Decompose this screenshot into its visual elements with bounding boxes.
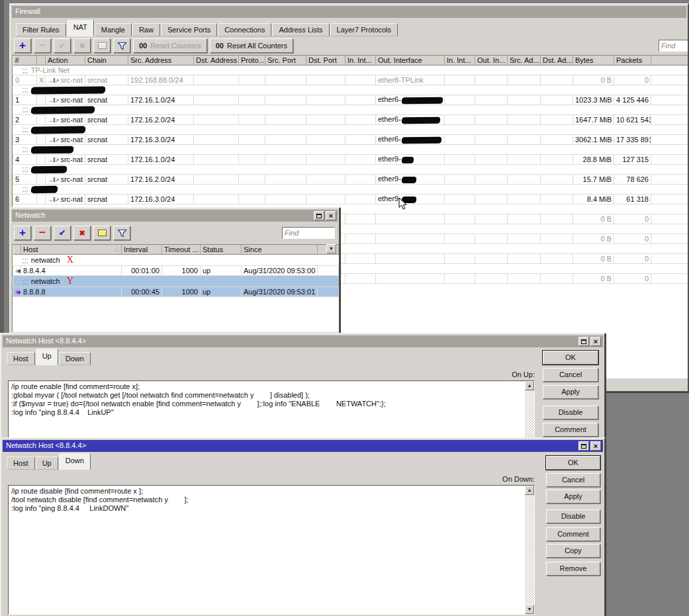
tab-service-ports[interactable]: Service Ports [161,23,217,36]
nat-rule-row[interactable]: 0X→‖↗src-natsrcnat192.168.88.0/24ether8-… [13,75,689,85]
script-scrollbar[interactable]: ▲ [525,381,534,438]
comment-button[interactable] [93,38,111,53]
close-button[interactable]: × [590,441,601,451]
column-header-blank[interactable]: # [13,56,37,65]
filter-button[interactable] [113,226,130,240]
column-header-src-port[interactable]: Src. Port [265,56,306,65]
enable-button[interactable]: ✔ [54,38,71,53]
tab-nat[interactable]: NAT [67,20,94,36]
dialog-titlebar[interactable]: Netwatch Host <8.8.4.4> [3,440,603,452]
column-header-src-ad[interactable]: Src. Ad... [508,56,541,65]
remove-button[interactable]: Remove [546,562,600,576]
nat-comment-row[interactable]: ;;;TP-Link Net [13,65,689,75]
apply-button[interactable]: Apply [543,385,598,399]
nat-rule-row[interactable]: 4→‖↗src-natsrcnat172.16.1.0/24ether9-28.… [13,154,689,164]
column-header-status[interactable]: Status [201,245,242,254]
maximize-button[interactable] [578,441,589,451]
maximize-button[interactable] [314,211,324,220]
tab-up[interactable]: Up [36,349,58,365]
ok-button[interactable]: OK [543,351,598,365]
disable-button[interactable]: ✖ [73,38,91,53]
find-input[interactable] [659,40,689,52]
column-header-chain[interactable]: Chain [85,56,128,65]
tab-raw[interactable]: Raw [132,23,160,36]
tab-host[interactable]: Host [7,352,35,365]
column-header-dst-ad[interactable]: Dst. Ad... [541,56,573,65]
column-header-out-in[interactable]: Out. In... [475,56,508,65]
column-header-in-int[interactable]: In. Int... [345,56,376,65]
column-header-dst-address[interactable]: Dst. Address [194,56,239,65]
ok-button[interactable]: OK [546,456,600,470]
copy-button[interactable]: Copy [546,544,600,558]
column-header-in-int[interactable]: In. Int... [445,56,475,65]
column-header-out-interface[interactable]: Out. Interface [376,56,445,65]
tab-mangle[interactable]: Mangle [95,23,132,36]
column-header-src-address[interactable]: Src. Address [128,56,194,65]
firewall-titlebar[interactable]: Firewall [12,6,686,18]
on-down-script[interactable]: /ip route disable [find comment=route x … [8,485,535,615]
column-header-host[interactable]: Host△ [21,245,122,254]
cancel-button[interactable]: Cancel [543,368,598,382]
tab-filter-rules[interactable]: Filter Rules [16,23,66,36]
reset-all-counters-button[interactable]: 00 Reset All Counters [210,38,293,53]
comment-button[interactable]: Comment [543,423,598,437]
nat-comment-row[interactable]: ;;; [13,144,689,154]
column-header-blank[interactable] [37,56,46,65]
close-button[interactable]: × [326,211,336,220]
tab-address-lists[interactable]: Address Lists [272,23,329,36]
enable-button[interactable]: ✔ [54,226,71,240]
dialog-titlebar[interactable]: Netwatch Host <8.8.4.4> [3,335,603,347]
column-header-interval[interactable]: Interval [122,245,162,254]
netwatch-host-row[interactable]: ◆◆8.8.8.800:00:451000upAug/31/2020 09:53… [13,286,339,296]
script-scrollbar[interactable]: ▲ ▼ [525,486,534,614]
on-up-script[interactable]: /ip route enable [find comment=route x];… [8,380,535,439]
tab-connections[interactable]: Connections [218,23,271,36]
nat-rule-row[interactable]: 6→‖↗src-natsrcnat172.16.3.0/24ether9-8.4… [13,194,689,204]
column-header-bytes[interactable]: Bytes [573,56,614,65]
nat-rule-row[interactable]: 5→‖↗src-natsrcnat172.16.2.0/24ether9-15.… [13,174,689,184]
column-header-since[interactable]: Since [242,245,318,254]
tab-layer7-protocols[interactable]: Layer7 Protocols [330,23,398,36]
remove-button[interactable]: − [34,38,51,53]
scroll-down-icon[interactable]: ▼ [525,605,534,614]
nat-comment-row[interactable]: ;;; [13,85,689,95]
column-header-proto[interactable]: Proto... [239,56,265,65]
apply-button[interactable]: Apply [546,490,600,504]
cancel-button[interactable]: Cancel [546,473,600,487]
disable-button[interactable]: ✖ [73,226,91,240]
nat-comment-row[interactable]: ;;; [13,184,689,194]
add-button[interactable]: + [14,38,31,53]
scroll-up-icon[interactable]: ▲ [525,381,534,390]
nat-comment-row[interactable]: ;;; [13,105,689,114]
netwatch-host-row[interactable]: ◆◆8.8.4.400:01:001000upAug/31/2020 09:53… [13,265,339,275]
add-button[interactable]: + [14,226,31,240]
close-button[interactable]: × [590,337,601,346]
netwatch-comment-row[interactable]: ;;;netwatchY [13,275,339,286]
column-header-timeout[interactable]: Timeout ... [162,245,201,254]
comment-button[interactable]: Comment [546,527,600,541]
column-menu-button[interactable]: ▼ [326,244,336,253]
nat-comment-row[interactable]: ;;; [13,164,689,174]
tab-down[interactable]: Down [59,352,91,365]
netwatch-comment-row[interactable]: ;;;netwatchX [13,254,339,265]
tab-down[interactable]: Down [59,453,91,470]
column-header-packets[interactable]: Packets [614,56,651,65]
nat-rule-row[interactable]: 2→‖↗src-natsrcnat172.16.2.0/24ether6-164… [13,114,689,124]
scroll-up-icon[interactable]: ▲ [525,486,534,495]
column-header-action[interactable]: Action [46,56,85,65]
find-input[interactable] [282,227,335,239]
column-header-dst-port[interactable]: Dst. Port [306,56,345,65]
tab-host[interactable]: Host [7,457,35,470]
nat-comment-row[interactable]: ;;; [13,124,689,134]
remove-button[interactable]: − [34,226,51,240]
nat-rule-row[interactable]: 1→‖↗src-natsrcnat172.16.1.0/24ether6-102… [13,95,689,105]
filter-button[interactable] [113,38,130,53]
disable-button[interactable]: Disable [546,509,600,523]
reset-counters-button[interactable]: 00 Reset Counters [133,38,207,53]
comment-button[interactable] [93,226,111,240]
netwatch-titlebar[interactable]: Netwatch [12,210,338,222]
maximize-button[interactable] [578,337,589,346]
disable-button[interactable]: Disable [543,406,598,419]
tab-up[interactable]: Up [36,457,58,470]
nat-rule-row[interactable]: 3→‖↗src-natsrcnat172.16.3.0/24ether6-306… [13,134,689,144]
